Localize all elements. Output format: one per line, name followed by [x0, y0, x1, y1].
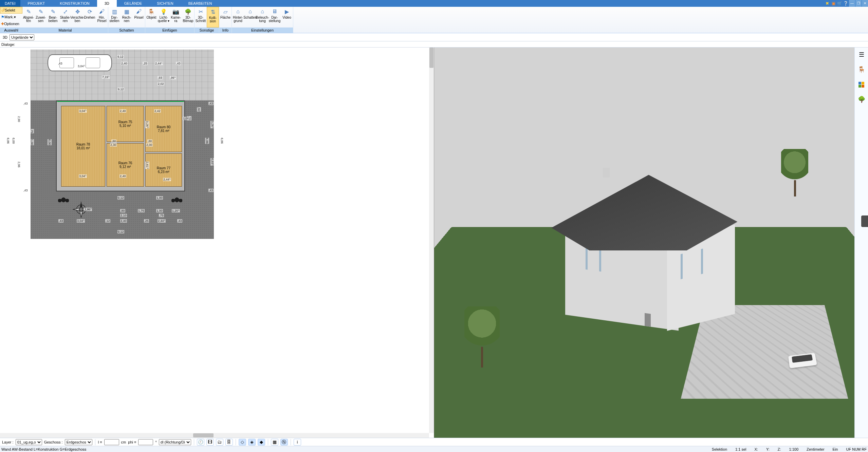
ribbon-button-objekt[interactable]: 🪑Objekt: [145, 7, 158, 27]
toolbar-help-icon[interactable]: ❔: [843, 0, 849, 7]
3d-bitmap-icon: 🌳: [184, 7, 192, 16]
layer-select[interactable]: 01_ug,eg,o: [16, 439, 42, 445]
tree-tool-icon[interactable]: 🌳: [858, 96, 865, 103]
menu-tab-gelaende[interactable]: GELÄNDE: [117, 0, 150, 7]
toolbar-box-icon[interactable]: ▣: [830, 0, 836, 7]
dim-label: 6,00: [48, 139, 52, 145]
flaeche-icon: ▱: [221, 7, 229, 16]
dim-label: 3,04⁵: [77, 219, 85, 223]
3d-perspective-view[interactable]: [434, 48, 868, 438]
snap-2-button[interactable]: ◈: [248, 439, 256, 446]
dl-select[interactable]: dl (Richtung/Di: [159, 439, 191, 445]
palette-icon[interactable]: [858, 81, 865, 88]
menu-tab-datei[interactable]: DATEI: [0, 0, 20, 7]
menu-tab-konstruktion[interactable]: KONSTRUKTION: [52, 0, 97, 7]
clock-button[interactable]: 🕘: [197, 439, 204, 446]
darstellung-icon: 🖥: [271, 7, 279, 16]
dim-label: 6,86: [220, 138, 224, 144]
menu-tab-bearbeiten[interactable]: BEARBEITEN: [181, 0, 220, 7]
snap-1-button[interactable]: ◇: [239, 439, 246, 446]
ribbon-button-pinsel[interactable]: 🖌Pinsel: [133, 7, 145, 27]
ribbon-button-3d-bitmap[interactable]: 🌳3D- Bitmap: [182, 7, 194, 27]
ribbon-group-title: Schatten: [108, 27, 145, 33]
ribbon-button-abgreifen[interactable]: ✎Abgrei- fen: [22, 7, 35, 27]
room-77[interactable]: Raum 77 6,23 m²: [145, 153, 182, 187]
vertical-scrollbar[interactable]: [429, 48, 434, 433]
ribbon-button-label: Verschie- ben: [70, 16, 85, 23]
ribbon-button-kamera[interactable]: 📷Kame- ra: [170, 7, 182, 27]
dim-label: 1,00: [156, 209, 163, 212]
ribbon-button-kollision[interactable]: ⇅Kolli- sion: [207, 7, 219, 27]
auswahl-mark-label: Mark.: [4, 15, 14, 19]
toolbar-settings-icon[interactable]: ✖: [824, 0, 830, 7]
ribbon-button-beleuchtung[interactable]: ⌂Beleuch- tung: [256, 7, 269, 27]
stack-button[interactable]: 🗂: [216, 439, 223, 446]
info-button[interactable]: i: [294, 439, 301, 446]
dim-label: ,92: [197, 107, 201, 112]
window-close-button[interactable]: ✕: [862, 0, 868, 7]
dim-label: 2,40: [120, 219, 127, 223]
dim-label: ,43: [176, 62, 181, 65]
tree-icon: [460, 306, 504, 368]
ribbon-button-lichtquelle[interactable]: 💡Licht- quelle ▾: [158, 7, 170, 27]
dim-label: 2,44⁵: [158, 219, 166, 223]
2d-plan-view[interactable]: 3,04⁵ 7,19⁵ 9,12 2,40 ,25 2,44⁵ ,43 ,43 …: [0, 48, 434, 438]
dim-label: 9,12: [117, 55, 124, 58]
film-button[interactable]: 🎞: [206, 439, 214, 446]
menu-tab-3d[interactable]: 3D: [97, 0, 117, 7]
zuweisen-icon: ✎: [37, 7, 45, 16]
darstellen-icon: ▥: [110, 7, 118, 16]
furniture-icon[interactable]: 🪑: [858, 66, 865, 73]
menu-tab-projekt[interactable]: PROJEKT: [20, 0, 53, 7]
dim-label: ,75: [30, 129, 34, 133]
length-input[interactable]: [104, 439, 119, 445]
ribbon-button-label: Bear- beiten: [48, 16, 57, 23]
window-restore-button[interactable]: ❐: [855, 0, 862, 7]
ribbon-button-darstellen[interactable]: ▥Dar- stellen: [108, 7, 121, 27]
status-left: Wand AW-Bestand L=Konstruktion G=Erdgesc…: [1, 447, 86, 451]
ribbon-button-label: Beleuch- tung: [256, 16, 269, 23]
status-caps: UF NUM RF: [846, 447, 867, 451]
ribbon-button-schatten2[interactable]: ⌂Schatten: [244, 7, 256, 27]
bearbeiten-icon: ✎: [49, 7, 57, 16]
menu-tab-sichten[interactable]: SICHTEN: [149, 0, 181, 7]
ribbon-button-skalieren[interactable]: ⤢Skalie- ren: [59, 7, 71, 27]
geschoss-label: Geschoss :: [44, 440, 63, 444]
grid-button[interactable]: ▦: [271, 439, 278, 446]
ribbon-button-hin-pinsel[interactable]: 🖌Hin. Pinsel: [96, 7, 108, 27]
3d-scene[interactable]: [434, 48, 863, 438]
layers-button[interactable]: 🗄: [225, 439, 233, 446]
terrain-dropdown[interactable]: Urgelände: [10, 34, 34, 40]
window-minimize-button[interactable]: —: [849, 0, 855, 7]
dim-label: ,43: [23, 189, 28, 192]
room-76[interactable]: Raum 76 9,12 m²: [107, 143, 144, 187]
layers-icon[interactable]: ☰: [858, 51, 865, 58]
kamera-icon: 📷: [172, 7, 180, 16]
ribbon-button-rechnen[interactable]: ▦Rech- nen: [121, 7, 133, 27]
snap-3-button[interactable]: ◆: [258, 439, 265, 446]
dim-label: 3,04⁵: [79, 109, 87, 113]
auswahl-mark-button[interactable]: ⚑ Mark. ▾: [0, 14, 22, 20]
phi-label: phi =: [128, 440, 136, 444]
ribbon-button-verschieben[interactable]: ✥Verschie- ben: [71, 7, 84, 27]
ribbon-button-hintergrund[interactable]: ⌂Hinter- grund: [232, 7, 244, 27]
ribbon-button-video[interactable]: ▶Video: [281, 7, 293, 27]
north-button[interactable]: Ⓝ: [280, 439, 288, 446]
ribbon-button-3d-schnitt[interactable]: ✂3D- Schnitt: [195, 7, 207, 27]
ribbon-button-drehen[interactable]: ⟳Drehen: [84, 7, 96, 27]
auswahl-optionen-button[interactable]: ✚ Optionen: [0, 20, 22, 27]
ribbon-button-flaeche[interactable]: ▱Fläche: [219, 7, 232, 27]
ribbon-button-darstellung[interactable]: 🖥Dar- stellung: [269, 7, 281, 27]
dim-label: 2,00: [146, 143, 153, 147]
ribbon-button-zuweisen[interactable]: ✎Zuwei- sen: [35, 7, 47, 27]
panel-handle[interactable]: [861, 215, 868, 227]
dim-label: ,43: [23, 102, 28, 105]
horizontal-scrollbar[interactable]: [0, 433, 429, 438]
floorplan-canvas[interactable]: 3,04⁵ 7,19⁵ 9,12 2,40 ,25 2,44⁵ ,43 ,43 …: [14, 50, 231, 240]
car-top-view: [48, 54, 112, 71]
ribbon-button-bearbeiten[interactable]: ✎Bear- beiten: [47, 7, 59, 27]
toolbar-cart-icon[interactable]: 🛒: [836, 0, 843, 7]
geschoss-select[interactable]: Erdgeschos: [65, 439, 92, 445]
phi-input[interactable]: [138, 439, 153, 445]
auswahl-selekt-button[interactable]: ⮰ Selekt: [0, 7, 22, 14]
